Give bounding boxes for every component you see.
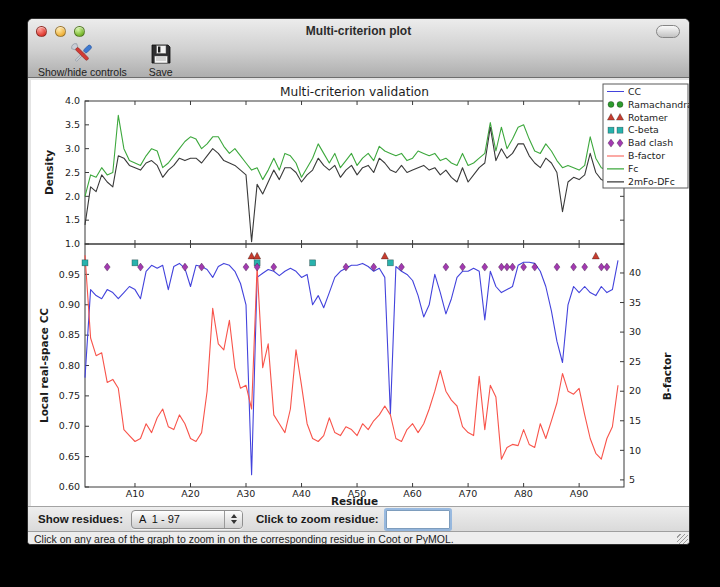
plot-canvas[interactable]: A10A20A30A40A50A60A70A80A904.03.53.02.52… [31,80,689,506]
svg-text:A40: A40 [292,488,311,499]
svg-text:30: 30 [629,326,641,337]
toolbar-toggle-button[interactable] [656,25,680,38]
chart-root: A10A20A30A40A50A60A70A80A904.03.53.02.52… [38,84,689,506]
svg-text:3.5: 3.5 [65,119,80,130]
tools-icon [69,43,95,65]
svg-text:25: 25 [629,356,641,367]
svg-text:5: 5 [629,474,635,485]
svg-text:A60: A60 [403,488,422,499]
svg-text:A30: A30 [237,488,256,499]
outlier-markers [82,252,610,271]
status-text: Click on any area of the graph to zoom i… [28,533,454,545]
residue-range-select[interactable]: A 1 - 97 [131,510,243,529]
svg-text:A80: A80 [514,488,533,499]
svg-text:0.65: 0.65 [59,451,80,462]
svg-text:0.70: 0.70 [59,420,80,431]
chart-legend: CCRamachandranRotamerC-betaBad clashB-fa… [603,84,689,188]
control-bar: Show residues: A 1 - 97 Click to zoom re… [28,506,689,531]
svg-text:Rotamer: Rotamer [628,112,668,123]
svg-text:0.80: 0.80 [59,360,80,371]
svg-text:1.5: 1.5 [65,214,80,225]
residue-range-value: A 1 - 97 [132,513,224,525]
svg-text:2.5: 2.5 [65,167,80,178]
save-button-label: Save [149,66,173,78]
save-button[interactable]: Save [145,43,177,77]
svg-text:1.0: 1.0 [65,238,80,249]
svg-text:Multi-criterion validation: Multi-criterion validation [280,85,429,99]
svg-text:4.0: 4.0 [65,95,80,106]
status-bar: Click on any area of the graph to zoom i… [28,531,689,545]
svg-text:A10: A10 [126,488,145,499]
window-title: Multi-criterion plot [28,24,689,38]
svg-text:Bad clash: Bad clash [628,137,673,148]
svg-text:A70: A70 [459,488,478,499]
svg-text:15: 15 [629,415,641,426]
svg-text:0.75: 0.75 [59,390,80,401]
svg-text:3.0: 3.0 [65,143,80,154]
svg-text:2.0: 2.0 [65,191,80,202]
svg-text:Residue: Residue [331,495,378,506]
svg-text:Fc: Fc [628,163,638,174]
show-residues-label: Show residues: [38,513,123,525]
svg-text:35: 35 [629,297,641,308]
multi-criterion-chart[interactable]: A10A20A30A40A50A60A70A80A904.03.53.02.52… [31,80,689,506]
top-plot-series [85,115,618,241]
show-hide-controls-label: Show/hide controls [38,66,127,78]
svg-text:CC: CC [628,86,641,97]
zoom-residue-label: Click to zoom residue: [256,513,379,525]
svg-text:10: 10 [629,445,641,456]
svg-text:C-beta: C-beta [628,124,659,135]
toolbar: Show/hide controls Save [34,43,177,77]
app-window: Multi-criterion plot [27,18,690,545]
window-chrome: Multi-criterion plot [28,19,689,78]
svg-text:A20: A20 [181,488,200,499]
stepper-arrows-icon [224,511,242,528]
svg-text:0.60: 0.60 [59,481,80,492]
svg-text:B-factor: B-factor [661,352,673,400]
svg-text:0.95: 0.95 [59,269,80,280]
zoom-residue-input[interactable] [386,510,450,529]
svg-text:Density: Density [43,150,55,195]
resize-grip[interactable] [677,534,688,545]
save-icon [150,43,172,65]
screenshot-background: Multi-criterion plot [0,0,720,587]
titlebar[interactable]: Multi-criterion plot [28,19,689,43]
svg-text:B-factor: B-factor [628,150,665,161]
svg-text:20: 20 [629,385,641,396]
svg-text:Local real-space CC: Local real-space CC [38,308,50,423]
svg-text:0.85: 0.85 [59,329,80,340]
svg-text:Ramachandran: Ramachandran [628,99,689,110]
svg-text:0.90: 0.90 [59,299,80,310]
svg-text:40: 40 [629,267,641,278]
show-hide-controls-button[interactable]: Show/hide controls [34,43,131,77]
bottom-plot-series [85,255,618,475]
svg-text:2mFo-DFc: 2mFo-DFc [628,176,675,187]
svg-text:A90: A90 [570,488,589,499]
